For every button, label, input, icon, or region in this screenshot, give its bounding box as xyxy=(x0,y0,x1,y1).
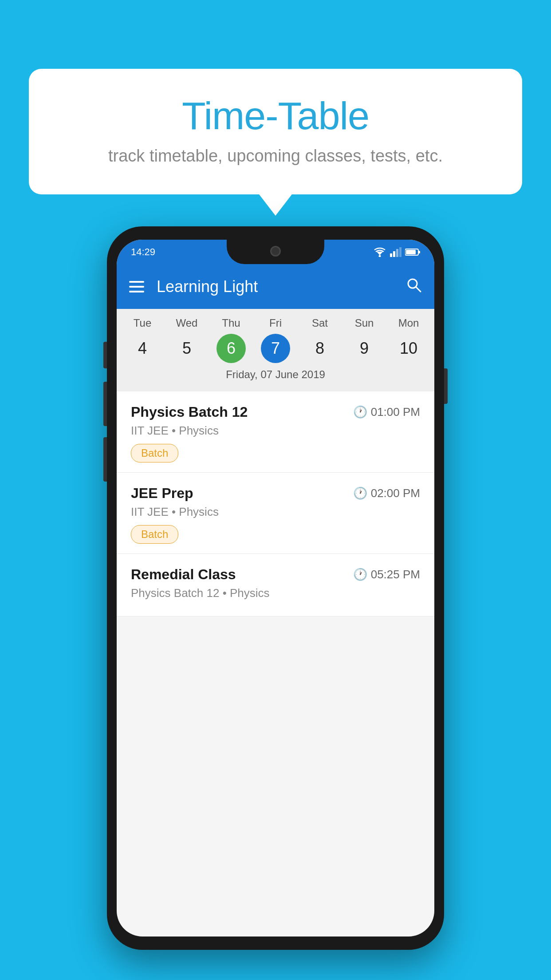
clock-icon: 🕐 xyxy=(353,405,367,419)
hamburger-menu-button[interactable] xyxy=(129,281,144,292)
wifi-icon xyxy=(373,247,386,257)
class-subject: IIT JEE • Physics xyxy=(131,505,420,519)
svg-rect-5 xyxy=(396,249,398,257)
class-subject: Physics Batch 12 • Physics xyxy=(131,586,420,600)
class-name: JEE Prep xyxy=(131,485,193,502)
calendar-day[interactable]: Mon10 xyxy=(388,317,429,363)
bubble-title: Time-Table xyxy=(55,93,496,138)
class-time: 🕐 02:00 PM xyxy=(353,486,420,500)
class-time: 🕐 05:25 PM xyxy=(353,568,420,581)
calendar-strip: Tue4Wed5Thu6Fri7Sat8Sun9Mon10 Friday, 07… xyxy=(117,309,434,391)
svg-rect-3 xyxy=(390,253,392,257)
svg-line-11 xyxy=(416,287,421,292)
class-item[interactable]: JEE Prep🕐 02:00 PMIIT JEE • PhysicsBatch xyxy=(117,473,434,554)
selected-date-label: Friday, 07 June 2019 xyxy=(117,363,434,387)
app-bar: Learning Light xyxy=(117,265,434,309)
speech-bubble-section: Time-Table track timetable, upcoming cla… xyxy=(29,69,522,194)
batch-tag: Batch xyxy=(131,525,178,544)
front-camera xyxy=(270,246,281,257)
calendar-day[interactable]: Thu6 xyxy=(211,317,252,363)
class-time: 🕐 01:00 PM xyxy=(353,405,420,419)
day-number: 5 xyxy=(172,334,201,363)
batch-tag: Batch xyxy=(131,444,178,462)
day-number: 8 xyxy=(305,334,335,363)
speech-bubble: Time-Table track timetable, upcoming cla… xyxy=(29,69,522,194)
calendar-day[interactable]: Tue4 xyxy=(122,317,163,363)
calendar-day[interactable]: Sun9 xyxy=(344,317,385,363)
search-button[interactable] xyxy=(406,277,422,297)
day-name: Thu xyxy=(222,317,240,329)
app-title: Learning Light xyxy=(157,277,406,296)
phone-notch xyxy=(227,240,324,264)
battery-icon xyxy=(405,248,420,256)
class-list: Physics Batch 12🕐 01:00 PMIIT JEE • Phys… xyxy=(117,391,434,616)
class-subject: IIT JEE • Physics xyxy=(131,424,420,438)
phone-outer: 14:29 xyxy=(107,226,444,950)
signal-icon xyxy=(390,247,401,257)
svg-rect-6 xyxy=(399,247,401,257)
svg-rect-4 xyxy=(393,251,395,257)
phone-mockup: 14:29 xyxy=(107,226,444,950)
class-name: Physics Batch 12 xyxy=(131,404,248,420)
day-number: 7 xyxy=(261,334,290,363)
clock-icon: 🕐 xyxy=(353,486,367,500)
svg-marker-0 xyxy=(377,252,383,255)
svg-point-2 xyxy=(379,255,381,257)
day-name: Tue xyxy=(134,317,151,329)
power-button xyxy=(444,368,448,404)
calendar-day[interactable]: Wed5 xyxy=(166,317,207,363)
day-number: 4 xyxy=(128,334,157,363)
svg-rect-9 xyxy=(406,250,416,254)
silent-button xyxy=(103,437,107,482)
bubble-subtitle: track timetable, upcoming classes, tests… xyxy=(55,146,496,166)
calendar-day[interactable]: Fri7 xyxy=(255,317,296,363)
clock-icon: 🕐 xyxy=(353,568,367,581)
svg-rect-8 xyxy=(418,251,420,253)
class-item[interactable]: Remedial Class🕐 05:25 PMPhysics Batch 12… xyxy=(117,554,434,616)
day-name: Wed xyxy=(176,317,198,329)
status-icons xyxy=(373,247,420,257)
phone-screen: 14:29 xyxy=(117,240,434,937)
calendar-day[interactable]: Sat8 xyxy=(299,317,340,363)
day-name: Sat xyxy=(312,317,328,329)
day-number: 10 xyxy=(394,334,423,363)
volume-down-button xyxy=(103,382,107,426)
volume-up-button xyxy=(103,342,107,368)
class-name: Remedial Class xyxy=(131,566,236,583)
day-name: Fri xyxy=(269,317,282,329)
day-number: 9 xyxy=(350,334,379,363)
class-item[interactable]: Physics Batch 12🕐 01:00 PMIIT JEE • Phys… xyxy=(117,391,434,473)
day-name: Mon xyxy=(398,317,419,329)
day-name: Sun xyxy=(355,317,374,329)
day-number: 6 xyxy=(216,334,246,363)
status-time: 14:29 xyxy=(131,246,155,258)
day-row: Tue4Wed5Thu6Fri7Sat8Sun9Mon10 xyxy=(117,317,434,363)
